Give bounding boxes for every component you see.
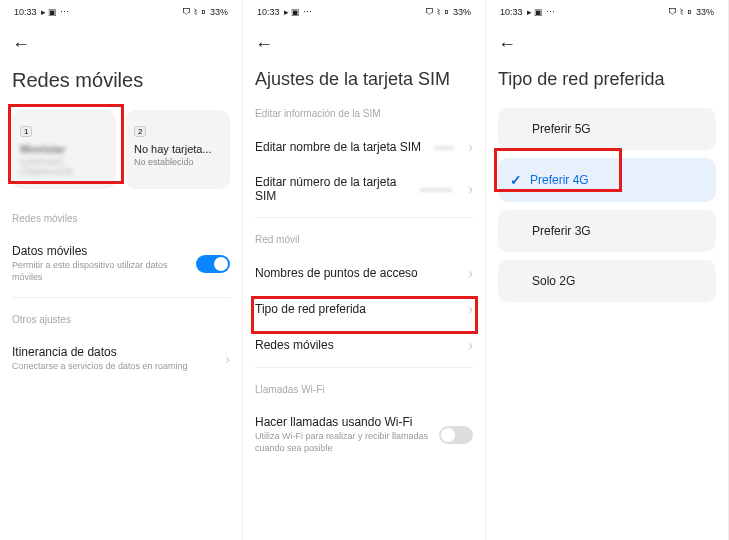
- page-title: Ajustes de la tarjeta SIM: [255, 69, 473, 90]
- section-header: Otros ajustes: [12, 314, 230, 325]
- status-time: 10:33: [14, 7, 37, 17]
- section-header: Redes móviles: [12, 213, 230, 224]
- back-button[interactable]: ←: [498, 34, 716, 55]
- option-label: Preferir 4G: [530, 173, 589, 187]
- check-icon: ✓: [510, 172, 522, 188]
- status-battery: 33%: [210, 7, 228, 17]
- row-mobile-data[interactable]: Datos móviles Permitir a este dispositiv…: [12, 234, 230, 293]
- option-prefer-5g[interactable]: Preferir 5G: [498, 108, 716, 150]
- divider: [255, 367, 473, 368]
- row-preferred-network-type[interactable]: Tipo de red preferida ›: [255, 291, 473, 327]
- status-bar: 10:33▸ ▣ ⋯ ⛉ ⌇ ▯33%: [12, 0, 230, 24]
- value-blurred: xxxxxxxx: [420, 185, 452, 194]
- status-icons-left: ▸ ▣ ⋯: [284, 7, 312, 17]
- section-header: Llamadas Wi-Fi: [255, 384, 473, 395]
- screen-sim-settings: 10:33▸ ▣ ⋯ ⛉ ⌇ ▯33% ← Ajustes de la tarj…: [243, 0, 486, 540]
- status-battery: 33%: [453, 7, 471, 17]
- row-edit-sim-number[interactable]: Editar número de la tarjeta SIM xxxxxxxx…: [255, 165, 473, 213]
- divider: [12, 297, 230, 298]
- status-icons-right: ⛉ ⌇ ▯: [668, 7, 692, 17]
- sim-card-2[interactable]: 2 No hay tarjeta... No establecido: [126, 110, 230, 189]
- option-label: Preferir 3G: [532, 224, 591, 238]
- row-roaming[interactable]: Itinerancia de datos Conectarse a servic…: [12, 335, 230, 383]
- row-edit-sim-name[interactable]: Editar nombre de la tarjeta SIM xxxxx ›: [255, 129, 473, 165]
- row-wifi-calling[interactable]: Hacer llamadas usando Wi-Fi Utiliza Wi-F…: [255, 405, 473, 464]
- sim-name: No hay tarjeta...: [134, 143, 222, 155]
- value-blurred: xxxxx: [434, 143, 454, 152]
- status-battery: 33%: [696, 7, 714, 17]
- row-title: Redes móviles: [255, 338, 334, 352]
- sim-name: Movistar: [20, 143, 108, 155]
- section-header: Red móvil: [255, 234, 473, 245]
- back-button[interactable]: ←: [255, 34, 473, 55]
- sim-badge: 2: [134, 126, 146, 137]
- row-title: Nombres de puntos de acceso: [255, 266, 418, 280]
- wifi-calling-toggle[interactable]: [439, 426, 473, 444]
- page-title: Tipo de red preferida: [498, 69, 716, 90]
- option-prefer-4g[interactable]: ✓Preferir 4G: [498, 158, 716, 202]
- row-title: Editar número de la tarjeta SIM: [255, 175, 405, 203]
- status-icons-right: ⛉ ⌇ ▯: [182, 7, 206, 17]
- chevron-right-icon: ›: [468, 139, 473, 155]
- row-title: Hacer llamadas usando Wi-Fi: [255, 415, 439, 429]
- option-prefer-3g[interactable]: Preferir 3G: [498, 210, 716, 252]
- status-icons-right: ⛉ ⌇ ▯: [425, 7, 449, 17]
- section-header: Editar información de la SIM: [255, 108, 473, 119]
- row-subtitle: Utiliza Wi-Fi para realizar y recibir ll…: [255, 431, 439, 454]
- status-time: 10:33: [257, 7, 280, 17]
- row-title: Itinerancia de datos: [12, 345, 219, 359]
- back-button[interactable]: ←: [12, 34, 230, 55]
- sim-card-1[interactable]: 1 Movistar ILIMITADO ITINERANTE: [12, 110, 116, 189]
- chevron-right-icon: ›: [468, 181, 473, 197]
- chevron-right-icon: ›: [468, 265, 473, 281]
- option-only-2g[interactable]: Solo 2G: [498, 260, 716, 302]
- status-icons-left: ▸ ▣ ⋯: [41, 7, 69, 17]
- option-label: Preferir 5G: [532, 122, 591, 136]
- page-title: Redes móviles: [12, 69, 230, 92]
- sim-details: No establecido: [134, 157, 222, 167]
- row-mobile-networks[interactable]: Redes móviles ›: [255, 327, 473, 363]
- status-bar: 10:33▸ ▣ ⋯ ⛉ ⌇ ▯33%: [255, 0, 473, 24]
- status-icons-left: ▸ ▣ ⋯: [527, 7, 555, 17]
- row-subtitle: Permitir a este dispositivo utilizar dat…: [12, 260, 196, 283]
- row-subtitle: Conectarse a servicios de datos en roami…: [12, 361, 219, 373]
- chevron-right-icon: ›: [225, 351, 230, 367]
- sim-badge: 1: [20, 126, 32, 137]
- chevron-right-icon: ›: [468, 337, 473, 353]
- mobile-data-toggle[interactable]: [196, 255, 230, 273]
- row-apn[interactable]: Nombres de puntos de acceso ›: [255, 255, 473, 291]
- sim-details: ILIMITADO ITINERANTE: [20, 157, 108, 177]
- row-title: Editar nombre de la tarjeta SIM: [255, 140, 421, 154]
- option-label: Solo 2G: [532, 274, 575, 288]
- chevron-right-icon: ›: [468, 301, 473, 317]
- screen-mobile-networks: 10:33▸ ▣ ⋯ ⛉ ⌇ ▯33% ← Redes móviles 1 Mo…: [0, 0, 243, 540]
- row-title: Tipo de red preferida: [255, 302, 366, 316]
- screen-preferred-network: 10:33▸ ▣ ⋯ ⛉ ⌇ ▯33% ← Tipo de red prefer…: [486, 0, 729, 540]
- status-time: 10:33: [500, 7, 523, 17]
- row-title: Datos móviles: [12, 244, 196, 258]
- status-bar: 10:33▸ ▣ ⋯ ⛉ ⌇ ▯33%: [498, 0, 716, 24]
- divider: [255, 217, 473, 218]
